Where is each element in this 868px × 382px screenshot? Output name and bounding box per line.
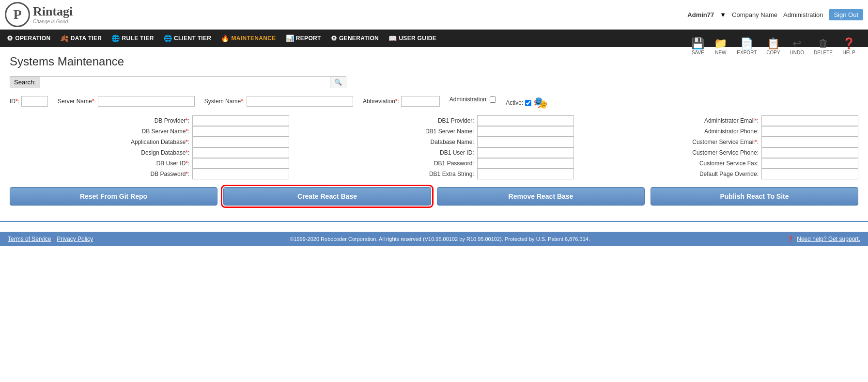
footer-right: ❓ Need help? Get support. [787, 236, 860, 242]
copy-icon: 📋 [767, 37, 780, 50]
dropdown-arrow-icon[interactable]: ▼ [720, 11, 726, 18]
new-button[interactable]: 📁 NEW [711, 35, 730, 57]
db-password-label: DB Password*: [126, 171, 189, 177]
administrator-email-row: Administrator Email*: [579, 115, 858, 126]
default-page-override-input[interactable] [761, 169, 858, 179]
create-react-base-button[interactable]: Create React Base [223, 187, 431, 206]
export-label: EXPORT [737, 50, 757, 55]
application-database-row: Application Database*: [10, 137, 289, 147]
db1-extra-string-input[interactable] [477, 169, 574, 179]
db1-extra-string-label: DB1 Extra String: [411, 171, 474, 177]
db1-provider-input[interactable] [477, 115, 574, 126]
id-input[interactable] [21, 96, 48, 107]
customer-service-phone-row: Customer Service Phone: [579, 147, 858, 158]
nav-item-report[interactable]: 📊 Report [281, 30, 326, 47]
server-name-input[interactable] [98, 96, 195, 107]
abbreviation-field-group: Abbreviation*: [363, 96, 440, 107]
server-name-field-group: Server Name*: [58, 96, 195, 107]
administrator-phone-row: Administrator Phone: [579, 126, 858, 137]
main-content: 💾 SAVE 📁 NEW 📄 EXPORT 📋 COPY ↩ UNDO 🗑 DE… [0, 47, 868, 213]
db1-password-row: DB1 Password: [294, 158, 574, 169]
data-tier-icon: 🍂 [60, 34, 68, 42]
generation-icon: ⚙ [331, 34, 337, 42]
db1-user-id-label: DB1 User ID: [411, 149, 474, 156]
brand-name: Rintagi [33, 5, 73, 19]
application-database-input[interactable] [192, 137, 289, 147]
undo-button[interactable]: ↩ UNDO [787, 35, 807, 57]
design-database-input[interactable] [192, 147, 289, 158]
db1-provider-row: DB1 Provider: [294, 115, 574, 126]
db1-server-name-row: DB1 Server Name: [294, 126, 574, 137]
customer-service-email-input[interactable] [761, 137, 858, 147]
top-form-row: ID*: Server Name*: System Name*: Abbrevi… [10, 96, 858, 110]
search-label: Search: [10, 76, 40, 88]
system-name-label: System Name*: [204, 98, 245, 105]
customer-service-fax-row: Customer Service Fax: [579, 158, 858, 169]
administration-link[interactable]: Administration [783, 11, 823, 18]
db1-user-id-input[interactable] [477, 147, 574, 158]
nav-item-maintenance[interactable]: 🔥 Maintenance [216, 30, 280, 47]
administrator-phone-input[interactable] [761, 126, 858, 137]
admin-username: Admin77 [687, 11, 714, 18]
administrator-email-input[interactable] [761, 115, 858, 126]
search-input[interactable] [40, 76, 330, 88]
db-user-id-input[interactable] [192, 158, 289, 169]
db-server-name-row: DB Server Name*: [10, 126, 289, 137]
nav-item-client-tier[interactable]: 🌐 Client Tier [159, 30, 217, 47]
db-server-name-input[interactable] [192, 126, 289, 137]
signout-button[interactable]: Sign Out [829, 9, 863, 20]
abbreviation-label: Abbreviation*: [363, 98, 399, 105]
customer-service-email-label: Customer Service Email*: [692, 139, 759, 145]
export-button[interactable]: 📄 EXPORT [734, 35, 760, 57]
reset-from-git-button[interactable]: Reset From Git Repo [10, 187, 217, 206]
customer-service-fax-input[interactable] [761, 158, 858, 169]
copy-button[interactable]: 📋 COPY [763, 35, 783, 57]
system-name-input[interactable] [247, 96, 353, 107]
db-server-name-label: DB Server Name*: [126, 128, 189, 135]
publish-react-to-site-button[interactable]: Publish React To Site [651, 187, 858, 206]
top-right: Admin77 ▼ Company Name Administration Si… [687, 9, 863, 20]
nav-item-operation[interactable]: ⚙ Operation [2, 30, 55, 47]
db1-password-input[interactable] [477, 158, 574, 169]
db-provider-input[interactable] [192, 115, 289, 126]
help-button[interactable]: ❓ HELP [839, 35, 858, 57]
db1-password-label: DB1 Password: [411, 160, 474, 167]
default-page-override-row: Default Page Override: [579, 169, 858, 179]
save-button[interactable]: 💾 SAVE [688, 35, 707, 57]
db1-server-name-label: DB1 Server Name: [411, 128, 474, 135]
footer: Terms of Service Privacy Policy ©1999-20… [0, 232, 868, 246]
delete-button[interactable]: 🗑 DELETE [811, 35, 836, 57]
db1-server-name-input[interactable] [477, 126, 574, 137]
column-3: Administrator Email*: Administrator Phon… [579, 115, 858, 179]
terms-of-service-link[interactable]: Terms of Service [8, 236, 51, 242]
database-name-input[interactable] [477, 137, 574, 147]
search-button[interactable]: 🔍 [330, 76, 346, 88]
remove-react-base-button[interactable]: Remove React Base [437, 187, 645, 206]
id-label: ID*: [10, 98, 19, 105]
logo-text: Rintagi Change is Good [33, 5, 73, 24]
default-page-override-label: Default Page Override: [696, 171, 759, 177]
nav-item-generation[interactable]: ⚙ Generation [326, 30, 384, 47]
get-support-link[interactable]: Need help? Get support. [797, 236, 860, 242]
administration-checkbox[interactable] [490, 96, 496, 103]
privacy-policy-link[interactable]: Privacy Policy [57, 236, 93, 242]
db-password-input[interactable] [192, 169, 289, 179]
avatar-icon: 🎭 [533, 96, 548, 110]
nav-item-data-tier[interactable]: 🍂 Data Tier [55, 30, 107, 47]
customer-service-phone-input[interactable] [761, 147, 858, 158]
db-provider-row: DB Provider*: [10, 115, 289, 126]
db-provider-label: DB Provider*: [126, 117, 189, 124]
footer-copyright: ©1999-2020 Robocoder Corporation. All ri… [290, 236, 590, 242]
help-label: HELP [842, 50, 855, 55]
export-icon: 📄 [740, 37, 753, 50]
active-label: Active: [506, 99, 523, 106]
db1-provider-label: DB1 Provider: [411, 117, 474, 124]
client-tier-icon: 🌐 [164, 34, 172, 42]
fields-grid: DB Provider*: DB Server Name*: Applicati… [10, 115, 858, 179]
nav-item-user-guide[interactable]: 📖 User Guide [384, 30, 441, 47]
active-field-group: Active: 🎭 [506, 96, 548, 110]
delete-icon: 🗑 [818, 37, 829, 50]
nav-item-rule-tier[interactable]: 🌐 Rule Tier [107, 30, 158, 47]
abbreviation-input[interactable] [401, 96, 440, 107]
active-checkbox[interactable] [525, 100, 531, 106]
